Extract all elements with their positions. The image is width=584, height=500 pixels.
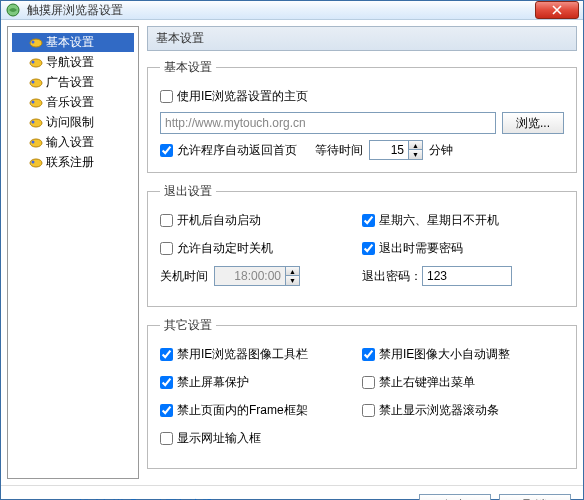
nav-label: 联系注册 — [46, 154, 94, 171]
buy-link[interactable]: 购买与注册 — [153, 497, 213, 501]
nav-label: 访问限制 — [46, 114, 94, 131]
svg-point-7 — [30, 99, 42, 107]
wait-label: 等待时间 — [315, 140, 363, 160]
shutdown-time-spinner[interactable]: ▲▼ — [214, 266, 300, 286]
nav-label: 导航设置 — [46, 54, 94, 71]
svg-point-8 — [32, 100, 35, 103]
disable-frame-checkbox[interactable]: 禁止页面内的Frame框架 — [160, 400, 308, 420]
exit-legend: 退出设置 — [160, 183, 216, 200]
svg-point-3 — [30, 59, 42, 67]
svg-point-11 — [30, 139, 42, 147]
svg-point-2 — [32, 40, 35, 43]
nav-navigation[interactable]: 导航设置 — [12, 53, 134, 72]
nav-label: 输入设置 — [46, 134, 94, 151]
basic-group: 基本设置 使用IE浏览器设置的主页 浏览... 允许程序自动返回首页 等待时间 … — [147, 59, 577, 173]
nav-music[interactable]: 音乐设置 — [12, 93, 134, 112]
svg-point-10 — [32, 120, 35, 123]
disable-scrollbar-checkbox[interactable]: 禁止显示浏览器滚动条 — [362, 400, 499, 420]
auto-shutdown-checkbox[interactable]: 允许自动定时关机 — [160, 238, 273, 258]
nav-label: 广告设置 — [46, 74, 94, 91]
nav-label: 基本设置 — [46, 34, 94, 51]
use-ie-homepage-checkbox[interactable]: 使用IE浏览器设置的主页 — [160, 86, 308, 106]
svg-point-1 — [30, 39, 42, 47]
close-button[interactable] — [535, 1, 579, 19]
exit-password-input[interactable] — [422, 266, 512, 286]
svg-point-13 — [30, 159, 42, 167]
wait-unit: 分钟 — [429, 140, 453, 160]
app-icon — [5, 2, 21, 18]
disable-ie-toolbar-checkbox[interactable]: 禁用IE浏览器图像工具栏 — [160, 344, 308, 364]
spin-down-icon[interactable]: ▼ — [285, 276, 299, 285]
settings-nav: 基本设置 导航设置 广告设置 音乐设置 访问限制 输入设置 联系注册 — [7, 26, 139, 479]
cancel-button[interactable]: 取消 — [499, 494, 571, 500]
show-url-input-checkbox[interactable]: 显示网址输入框 — [160, 428, 261, 448]
spin-down-icon[interactable]: ▼ — [408, 150, 422, 159]
svg-point-4 — [32, 60, 35, 63]
svg-point-5 — [30, 79, 42, 87]
footer: MyTouch - 帮助与说明 - 购买与注册 保存 取消 — [1, 485, 583, 500]
other-legend: 其它设置 — [160, 317, 216, 334]
exit-pwd-label: 退出密码： — [362, 266, 422, 286]
disable-ie-autosize-checkbox[interactable]: 禁用IE图像大小自动调整 — [362, 344, 510, 364]
spin-up-icon[interactable]: ▲ — [285, 267, 299, 276]
spin-up-icon[interactable]: ▲ — [408, 141, 422, 150]
nav-ads[interactable]: 广告设置 — [12, 73, 134, 92]
browse-button[interactable]: 浏览... — [502, 112, 564, 134]
svg-point-9 — [30, 119, 42, 127]
basic-legend: 基本设置 — [160, 59, 216, 76]
need-password-checkbox[interactable]: 退出时需要密码 — [362, 238, 463, 258]
weekend-off-checkbox[interactable]: 星期六、星期日不开机 — [362, 210, 499, 230]
nav-register[interactable]: 联系注册 — [12, 153, 134, 172]
window-title: 触摸屏浏览器设置 — [27, 2, 535, 19]
svg-point-12 — [32, 140, 35, 143]
other-group: 其它设置 禁用IE浏览器图像工具栏 禁止屏幕保护 禁止页面内的Frame框架 显… — [147, 317, 577, 469]
nav-label: 音乐设置 — [46, 94, 94, 111]
content-title: 基本设置 — [147, 26, 577, 51]
auto-return-checkbox[interactable]: 允许程序自动返回首页 — [160, 140, 297, 160]
disable-screensaver-checkbox[interactable]: 禁止屏幕保护 — [160, 372, 249, 392]
disable-rightclick-checkbox[interactable]: 禁止右键弹出菜单 — [362, 372, 475, 392]
shutdown-time-label: 关机时间 — [160, 266, 208, 286]
nav-input[interactable]: 输入设置 — [12, 133, 134, 152]
svg-point-14 — [32, 160, 35, 163]
svg-point-6 — [32, 80, 35, 83]
save-button[interactable]: 保存 — [419, 494, 491, 500]
autostart-checkbox[interactable]: 开机后自动启动 — [160, 210, 261, 230]
nav-access[interactable]: 访问限制 — [12, 113, 134, 132]
nav-basic[interactable]: 基本设置 — [12, 33, 134, 52]
exit-group: 退出设置 开机后自动启动 允许自动定时关机 关机时间 ▲▼ — [147, 183, 577, 307]
help-link[interactable]: 帮助与说明 — [77, 497, 137, 501]
titlebar: 触摸屏浏览器设置 — [1, 1, 583, 20]
homepage-url-input[interactable] — [160, 112, 496, 134]
wait-time-spinner[interactable]: ▲▼ — [369, 140, 423, 160]
